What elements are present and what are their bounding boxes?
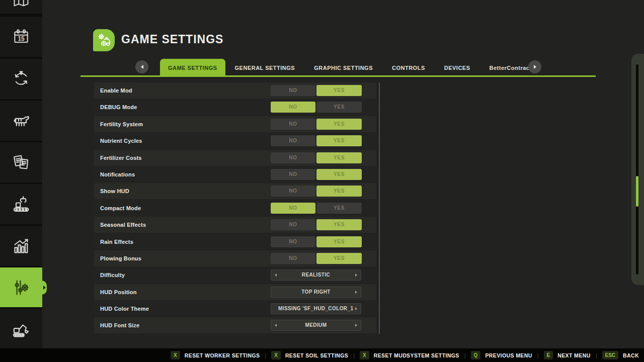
sidebar-item-statistics[interactable]: [0, 226, 42, 266]
setting-label: HUD Font Size: [100, 317, 139, 333]
toggle-no-button[interactable]: NO: [271, 219, 315, 230]
tab-graphic-settings[interactable]: GRAPHIC SETTINGS: [304, 59, 382, 77]
hud-color-theme-selector[interactable]: MISSING 'SF_HUD_COLOR_1' L..: [271, 303, 361, 314]
page-title: GAME SETTINGS: [121, 33, 223, 46]
settings-list: Enable Mod NO YES DEBUG Mode NO YES Fert…: [94, 82, 376, 334]
setting-label: Compact Mode: [100, 200, 141, 216]
key-badge: X: [171, 351, 180, 359]
toggle-yes-button[interactable]: YES: [316, 119, 362, 130]
sidebar-item-production[interactable]: [0, 184, 42, 224]
setting-row-enable-mod: Enable Mod NO YES: [94, 82, 376, 99]
setting-label: Rain Effects: [100, 234, 133, 250]
next-tabs-button[interactable]: [528, 60, 541, 73]
setting-label: Enable Mod: [100, 82, 132, 99]
selector-value: MISSING 'SF_HUD_COLOR_1' L..: [278, 304, 354, 314]
key-badge: ESC: [602, 351, 619, 359]
sidebar-item-construction[interactable]: [0, 309, 42, 348]
arrow-right-icon: [534, 65, 536, 69]
toggle-no-button[interactable]: NO: [271, 152, 315, 163]
hud-font-size-selector[interactable]: MEDIUM: [271, 320, 361, 331]
sidebar-item-animals[interactable]: [0, 101, 42, 141]
toggle-yes-button[interactable]: YES: [316, 152, 362, 163]
toggle-group: NO YES: [271, 119, 362, 130]
toggle-group: NO YES: [271, 152, 362, 163]
footer-action-back[interactable]: ESC BACK: [602, 351, 639, 359]
prev-option-arrow-icon[interactable]: [275, 324, 277, 327]
toggle-yes-button[interactable]: YES: [316, 85, 362, 96]
toggle-group: NO YES: [271, 203, 362, 214]
toggle-yes-button[interactable]: YES: [316, 253, 362, 264]
toggle-no-button[interactable]: NO: [271, 169, 315, 180]
tab-game-settings[interactable]: GAME SETTINGS: [160, 59, 225, 77]
toggle-no-button[interactable]: NO: [271, 186, 315, 197]
toggle-yes-button[interactable]: YES: [316, 236, 362, 247]
next-option-arrow-icon[interactable]: [355, 324, 357, 327]
footer-bar: X RESET WORKER SETTINGS | X RESET SOIL S…: [0, 348, 644, 362]
sidebar-item-settings[interactable]: [0, 267, 42, 307]
key-badge: Q: [471, 351, 481, 359]
prev-tabs-button[interactable]: [135, 60, 148, 73]
difficulty-selector[interactable]: REALISTIC: [271, 269, 361, 281]
selector-value: TOP RIGHT: [278, 287, 354, 297]
toggle-group: NO YES: [271, 219, 362, 230]
footer-action-reset-worker[interactable]: X RESET WORKER SETTINGS: [171, 351, 260, 359]
settings-list-scrollbar[interactable]: [379, 82, 380, 334]
setting-row-fertilizer-costs: Fertilizer Costs NO YES: [94, 150, 376, 166]
prev-option-arrow-icon[interactable]: [275, 274, 277, 277]
toggle-no-button[interactable]: NO: [271, 85, 315, 96]
footer-action-previous-menu[interactable]: Q PREVIOUS MENU: [471, 351, 532, 359]
toggle-yes-button[interactable]: YES: [316, 135, 362, 146]
toggle-no-button[interactable]: NO: [271, 236, 315, 247]
hud-position-selector[interactable]: TOP RIGHT: [271, 287, 361, 298]
toggle-no-button[interactable]: NO: [271, 102, 315, 113]
footer-separator: |: [596, 352, 597, 358]
footer-action-reset-soil[interactable]: X RESET SOIL SETTINGS: [271, 351, 348, 359]
contracts-icon: [11, 152, 31, 172]
toggle-yes-button[interactable]: YES: [316, 186, 362, 197]
selector-value: REALISTIC: [278, 270, 354, 280]
page-scrollbar-track[interactable]: [636, 64, 638, 275]
setting-label: Notifications: [100, 166, 135, 183]
page-scrollbar-thumb[interactable]: [636, 176, 638, 207]
setting-row-debug-mode: DEBUG Mode NO YES: [94, 99, 376, 115]
setting-row-fertility-system: Fertility System NO YES: [94, 116, 376, 132]
key-badge: X: [271, 351, 281, 359]
settings-icon: [11, 278, 31, 298]
toggle-no-button[interactable]: NO: [271, 203, 315, 214]
setting-label: Plowing Bonus: [100, 250, 141, 266]
setting-label: Fertilizer Costs: [100, 150, 142, 166]
toggle-no-button[interactable]: NO: [271, 135, 315, 146]
setting-row-plowing-bonus: Plowing Bonus NO YES: [94, 250, 376, 266]
setting-label: DEBUG Mode: [100, 99, 137, 115]
footer-separator: |: [265, 352, 266, 358]
statistics-icon: [11, 236, 31, 256]
tab-devices[interactable]: DEVICES: [435, 59, 480, 77]
toggle-yes-button[interactable]: YES: [316, 219, 362, 230]
toggle-yes-button[interactable]: YES: [316, 203, 362, 214]
toggle-group: NO YES: [271, 186, 362, 197]
tab-controls[interactable]: CONTROLS: [382, 59, 435, 77]
footer-action-reset-mudsystem[interactable]: X RESET MUDSYSTEM SETTINGS: [360, 351, 459, 359]
setting-row-show-hud: Show HUD NO YES: [94, 183, 376, 199]
sidebar-item-contracts[interactable]: [0, 142, 42, 183]
toggle-yes-button[interactable]: YES: [316, 169, 362, 180]
calendar-icon: 15: [12, 27, 31, 46]
setting-label: Fertility System: [100, 116, 143, 132]
setting-row-nutrient-cycles: Nutrient Cycles NO YES: [94, 133, 376, 149]
next-option-arrow-icon[interactable]: [355, 307, 357, 310]
next-option-arrow-icon[interactable]: [355, 274, 357, 277]
sidebar-item-crop-rotation[interactable]: [0, 59, 42, 99]
toggle-yes-button[interactable]: YES: [316, 102, 362, 113]
next-option-arrow-icon[interactable]: [355, 291, 357, 294]
sidebar-item-map[interactable]: [0, 0, 42, 14]
toggle-no-button[interactable]: NO: [271, 253, 315, 264]
page-scrollbar: [631, 54, 644, 285]
footer-separator: |: [464, 352, 466, 358]
selector-value: MEDIUM: [278, 320, 354, 330]
toggle-no-button[interactable]: NO: [271, 119, 315, 130]
footer-action-next-menu[interactable]: E NEXT MENU: [544, 351, 591, 359]
setting-label: Nutrient Cycles: [100, 133, 142, 149]
setting-row-compact-mode: Compact Mode NO YES: [94, 200, 376, 216]
tab-general-settings[interactable]: GENERAL SETTINGS: [225, 59, 305, 77]
sidebar-item-calendar[interactable]: 15: [0, 17, 42, 57]
